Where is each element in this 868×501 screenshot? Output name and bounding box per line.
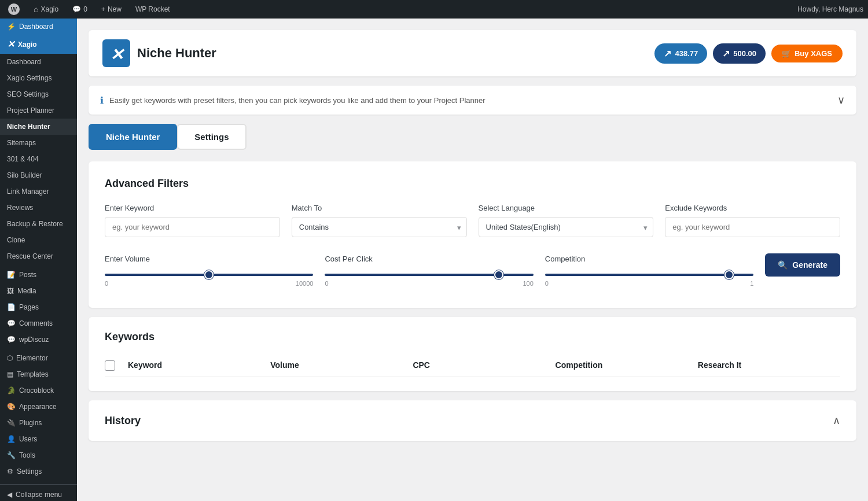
sidebar-item-posts[interactable]: 📝 Posts bbox=[0, 267, 77, 283]
sidebar-sitemaps-label: Sitemaps bbox=[7, 139, 36, 147]
sidebar-seo-settings-label: SEO Settings bbox=[7, 90, 49, 98]
exclude-keywords-input[interactable] bbox=[665, 217, 840, 237]
sidebar-item-link-manager[interactable]: Link Manager bbox=[0, 183, 77, 200]
tab-niche-hunter[interactable]: Niche Hunter bbox=[89, 124, 177, 150]
competition-min-label: 0 bbox=[545, 280, 549, 287]
templates-icon: ▤ bbox=[7, 370, 13, 378]
match-to-select[interactable]: Contains Starts With Ends With Exact bbox=[292, 217, 467, 237]
sidebar-item-appearance[interactable]: 🎨 Appearance bbox=[0, 399, 77, 415]
select-all-checkbox[interactable] bbox=[105, 360, 115, 371]
sidebar-item-settings[interactable]: ⚙ Settings bbox=[0, 463, 77, 480]
volume-slider-label: Enter Volume bbox=[105, 255, 313, 263]
sidebar-item-seo-settings[interactable]: SEO Settings bbox=[0, 86, 77, 102]
sidebar-item-plugins[interactable]: 🔌 Plugins bbox=[0, 415, 77, 431]
sidebar-item-dashboard[interactable]: Dashboard bbox=[0, 54, 77, 70]
info-bar: ℹ Easily get keywords with preset filter… bbox=[89, 86, 856, 115]
sidebar-item-crocoblock[interactable]: 🐊 Crocoblock bbox=[0, 382, 77, 399]
credits-button-1[interactable]: ↗ 438.77 bbox=[654, 43, 707, 64]
pages-icon: 📄 bbox=[7, 303, 16, 311]
admin-bar-site-name[interactable]: ⌂ Xagio bbox=[30, 0, 62, 19]
header-buttons: ↗ 438.77 ↗ 500.00 🛒 Buy XAGS bbox=[654, 43, 843, 64]
sidebar-item-sitemaps[interactable]: Sitemaps bbox=[0, 135, 77, 151]
language-group: Select Language United States(English) U… bbox=[479, 204, 654, 237]
tab-settings-label: Settings bbox=[194, 132, 229, 142]
appearance-icon: 🎨 bbox=[7, 403, 16, 411]
sidebar-clone-label: Clone bbox=[7, 236, 25, 244]
sidebar-item-project-planner[interactable]: Project Planner bbox=[0, 102, 77, 119]
cpc-slider[interactable] bbox=[325, 274, 533, 276]
sidebar-settings-label: Settings bbox=[17, 467, 42, 476]
sidebar-item-xagio[interactable]: ✕ Xagio bbox=[0, 35, 77, 54]
volume-slider[interactable] bbox=[105, 274, 313, 276]
keyword-col-header: Keyword bbox=[128, 360, 270, 371]
admin-bar-comments[interactable]: 💬 0 bbox=[69, 0, 91, 19]
sidebar-project-planner-label: Project Planner bbox=[7, 106, 54, 115]
credits2-value: 500.00 bbox=[733, 49, 756, 58]
sidebar-item-niche-hunter[interactable]: Niche Hunter bbox=[0, 119, 77, 135]
sidebar-silo-builder-label: Silo Builder bbox=[7, 171, 42, 179]
page-title-area: ✕ Niche Hunter bbox=[102, 39, 216, 67]
collapse-icon: ◀ bbox=[7, 491, 12, 499]
history-chevron-up[interactable]: ∧ bbox=[833, 414, 840, 427]
sidebar-item-pages[interactable]: 📄 Pages bbox=[0, 299, 77, 315]
cpc-min-label: 0 bbox=[325, 280, 328, 287]
sidebar-item-comments[interactable]: 💬 Comments bbox=[0, 315, 77, 331]
sidebar-item-silo-builder[interactable]: Silo Builder bbox=[0, 167, 77, 183]
sidebar-xagio-label: Xagio bbox=[18, 40, 37, 49]
sidebar-item-clone[interactable]: Clone bbox=[0, 232, 77, 248]
plugins-icon: 🔌 bbox=[7, 419, 16, 427]
sidebar-collapse-menu[interactable]: ◀ Collapse menu bbox=[0, 484, 77, 501]
buy-xags-button[interactable]: 🛒 Buy XAGS bbox=[771, 45, 843, 62]
sidebar-pages-label: Pages bbox=[19, 303, 39, 311]
sidebar-item-wpdiscuz[interactable]: 💬 wpDiscuz bbox=[0, 331, 77, 348]
comments-icon: 💬 bbox=[72, 5, 81, 13]
sidebar-item-users[interactable]: 👤 Users bbox=[0, 431, 77, 447]
cpc-slider-label: Cost Per Click bbox=[325, 255, 533, 263]
sidebar-dashboard-label: Dashboard bbox=[7, 58, 41, 66]
keyword-input[interactable] bbox=[105, 217, 280, 237]
advanced-filters-title: Advanced Filters bbox=[105, 178, 840, 190]
sidebar-item-templates[interactable]: ▤ Templates bbox=[0, 366, 77, 382]
competition-slider[interactable] bbox=[545, 274, 753, 276]
sidebar-appearance-label: Appearance bbox=[19, 403, 57, 411]
competition-col-header: Competition bbox=[556, 360, 698, 371]
research-it-col-header: Research It bbox=[698, 360, 840, 371]
history-section: History ∧ bbox=[89, 400, 856, 441]
credits-button-2[interactable]: ↗ 500.00 bbox=[713, 43, 766, 64]
sidebar-item-redirects[interactable]: 301 & 404 bbox=[0, 151, 77, 167]
cpc-max-label: 100 bbox=[523, 280, 534, 287]
tab-settings[interactable]: Settings bbox=[177, 124, 246, 150]
comments-sidebar-icon: 💬 bbox=[7, 319, 16, 327]
sidebar-item-xagio-settings[interactable]: Xagio Settings bbox=[0, 70, 77, 86]
sidebar-item-elementor[interactable]: ⬡ Elementor bbox=[0, 350, 77, 366]
layout: ⚡ Dashboard ✕ Xagio Dashboard Xagio Sett… bbox=[0, 19, 868, 501]
sidebar-item-dashboard-top[interactable]: ⚡ Dashboard bbox=[0, 19, 77, 35]
sidebar-item-rescue-center[interactable]: Rescue Center bbox=[0, 248, 77, 264]
sidebar-item-tools[interactable]: 🔧 Tools bbox=[0, 447, 77, 463]
sidebar-item-media[interactable]: 🖼 Media bbox=[0, 283, 77, 299]
exclude-keywords-label: Exclude Keywords bbox=[665, 204, 840, 212]
generate-button[interactable]: 🔍 Generate bbox=[765, 253, 840, 277]
info-icon: ℹ bbox=[100, 95, 104, 106]
sidebar-plugins-label: Plugins bbox=[19, 419, 42, 427]
exclude-keywords-group: Exclude Keywords bbox=[665, 204, 840, 237]
sidebar-tools-label: Tools bbox=[19, 451, 35, 459]
admin-bar-new[interactable]: + New bbox=[98, 0, 125, 19]
history-header: History ∧ bbox=[105, 414, 840, 427]
page-title: Niche Hunter bbox=[137, 46, 216, 61]
language-select[interactable]: United States(English) United Kingdom(En… bbox=[479, 217, 654, 237]
xagio-logo: ✕ bbox=[102, 39, 130, 67]
admin-bar: W ⌂ Xagio 💬 0 + New WP Rocket Howdy, Her… bbox=[0, 0, 868, 19]
sidebar-redirects-label: 301 & 404 bbox=[7, 155, 39, 163]
admin-bar-wp-logo[interactable]: W bbox=[5, 0, 23, 19]
admin-bar-wp-rocket[interactable]: WP Rocket bbox=[132, 0, 174, 19]
info-bar-chevron-down[interactable]: ∨ bbox=[837, 94, 845, 106]
buy-icon: 🛒 bbox=[782, 49, 791, 58]
sidebar-item-reviews[interactable]: Reviews bbox=[0, 200, 77, 216]
competition-max-label: 1 bbox=[750, 280, 753, 287]
generate-button-wrapper: 🔍 Generate bbox=[765, 253, 840, 287]
credits1-icon: ↗ bbox=[664, 48, 671, 59]
sliders-grid: Enter Volume 0 10000 Cost Per Click 0 10… bbox=[105, 253, 840, 287]
sidebar-item-backup-restore[interactable]: Backup & Restore bbox=[0, 216, 77, 232]
sidebar-backup-restore-label: Backup & Restore bbox=[7, 220, 63, 228]
